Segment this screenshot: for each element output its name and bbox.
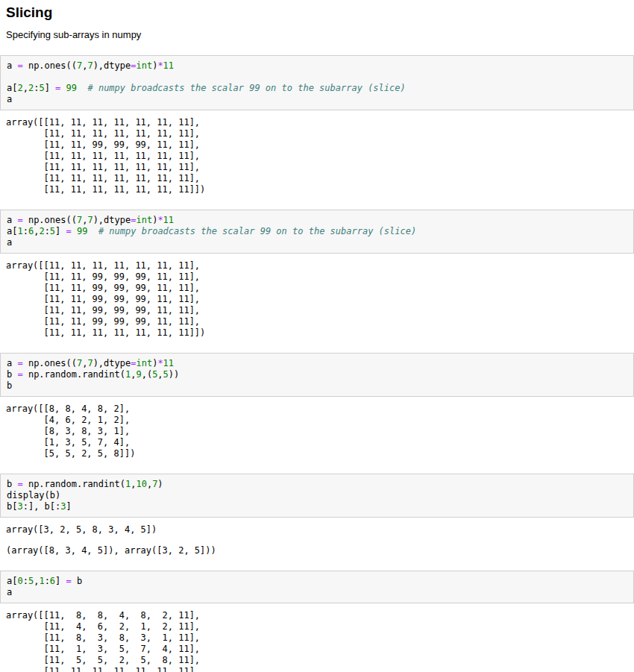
code-token: a	[7, 587, 12, 597]
code-token: 99	[66, 83, 77, 93]
notebook: Slicing Specifying sub-arrays in numpy a…	[0, 4, 634, 672]
code-cell-2[interactable]: a = np.ones((7,7),dtype=int)*11 a[1:6,2:…	[0, 210, 634, 254]
markdown-cell: Slicing Specifying sub-arrays in numpy	[6, 4, 628, 40]
code-token: np.ones((	[23, 358, 77, 368]
code-token	[72, 226, 77, 236]
code-token: =	[17, 369, 22, 380]
code-token: 1	[39, 576, 44, 586]
code-token: ]	[66, 501, 72, 512]
code-token: 5	[163, 369, 169, 380]
code-input-1[interactable]: a = np.ones((7,7),dtype=int)*11 a[2,2:5]…	[1, 56, 633, 110]
code-token	[77, 83, 87, 93]
code-token: *	[157, 60, 163, 71]
code-token: a	[7, 215, 17, 225]
code-token: 99	[77, 226, 87, 236]
code-token: # numpy broadcasts the scalar 99 on to t…	[98, 226, 416, 236]
code-token: :	[23, 576, 28, 586]
notebook-subtitle: Specifying sub-arrays in numpy	[6, 29, 628, 40]
code-token: ))	[169, 369, 179, 380]
code-token: 7	[87, 358, 92, 368]
code-token: a[	[7, 226, 17, 236]
code-token: b	[72, 576, 82, 586]
code-token: display(b)	[7, 490, 60, 500]
code-token: :	[23, 226, 28, 236]
code-token: 5	[39, 83, 44, 93]
code-token: ]	[55, 226, 66, 236]
code-token: 1	[17, 226, 22, 236]
cell-output-4-result: (array([8, 3, 4, 5]), array([3, 2, 5]))	[6, 545, 634, 556]
code-token: int	[136, 358, 152, 368]
code-token: 11	[163, 60, 174, 71]
code-token: 3	[17, 501, 22, 512]
code-token: ,	[157, 369, 163, 380]
code-token: 2	[39, 226, 44, 236]
code-token: np.random.randint(	[23, 479, 125, 489]
page-title: Slicing	[6, 4, 628, 21]
code-token: =	[17, 60, 22, 71]
code-token	[60, 83, 66, 93]
code-token: =	[17, 479, 22, 489]
code-token: 7	[87, 215, 92, 225]
code-cell-4[interactable]: b = np.random.randint(1,10,7) display(b)…	[0, 474, 634, 518]
code-token: =	[17, 358, 22, 368]
code-token: ]	[45, 83, 55, 93]
code-cell-3[interactable]: a = np.ones((7,7),dtype=int)*11 b = np.r…	[0, 353, 634, 397]
code-token: =	[66, 576, 72, 586]
code-token: a	[7, 358, 17, 368]
code-token: a	[7, 60, 17, 71]
code-input-2[interactable]: a = np.ones((7,7),dtype=int)*11 a[1:6,2:…	[1, 210, 633, 253]
code-token: ),dtype	[93, 358, 131, 368]
code-token: int	[136, 215, 152, 225]
code-token: np.ones((	[23, 215, 77, 225]
code-token: 10	[136, 479, 146, 489]
code-token: *	[157, 215, 163, 225]
code-token: np.ones((	[23, 60, 77, 71]
code-token: b[	[7, 501, 17, 512]
code-token: int	[136, 60, 152, 71]
code-token: 9	[136, 369, 141, 380]
cell-output-3: array([[8, 8, 4, 8, 2], [4, 6, 2, 1, 2],…	[6, 403, 634, 459]
code-token: :], b[:	[23, 501, 61, 512]
code-token: 5	[50, 226, 55, 236]
code-token: b	[7, 380, 12, 391]
code-token: ),dtype	[93, 60, 131, 71]
code-token: b	[7, 479, 17, 489]
cell-output-5: array([[11, 8, 8, 4, 8, 2, 11], [11, 4, …	[6, 610, 634, 672]
code-token: a	[7, 94, 12, 104]
code-input-5[interactable]: a[0:5,1:6] = b a	[1, 571, 633, 603]
code-input-4[interactable]: b = np.random.randint(1,10,7) display(b)…	[1, 474, 633, 517]
code-cell-5[interactable]: a[0:5,1:6] = b a	[0, 571, 634, 603]
code-token: ,(	[142, 369, 152, 380]
code-token: 7	[87, 60, 92, 71]
code-token: ]	[55, 576, 66, 586]
code-token: ),dtype	[93, 215, 131, 225]
code-token: 2	[17, 83, 22, 93]
code-token: *	[157, 358, 163, 368]
code-token: ,	[23, 83, 28, 93]
code-token: np.random.randint(	[23, 369, 125, 380]
cell-output-1: array([[11, 11, 11, 11, 11, 11, 11], [11…	[6, 117, 634, 195]
code-token: # numpy broadcasts the scalar 99 on to t…	[87, 83, 405, 93]
code-token: 11	[163, 215, 174, 225]
code-token: :	[45, 226, 50, 236]
code-cell-1[interactable]: a = np.ones((7,7),dtype=int)*11 a[2,2:5]…	[0, 55, 634, 110]
code-token: =	[66, 226, 72, 236]
cell-output-2: array([[11, 11, 11, 11, 11, 11, 11], [11…	[6, 260, 634, 339]
code-token: 3	[60, 501, 66, 512]
code-token: 0	[17, 576, 22, 586]
code-token: :	[45, 576, 50, 586]
code-token: a[	[7, 83, 17, 93]
code-token	[87, 226, 98, 236]
code-token: a[	[7, 576, 17, 586]
code-token: b	[7, 369, 17, 380]
code-token: =	[17, 215, 22, 225]
code-token: a	[7, 237, 12, 248]
code-input-3[interactable]: a = np.ones((7,7),dtype=int)*11 b = np.r…	[1, 354, 633, 396]
cell-output-4-display: array([3, 2, 5, 8, 3, 4, 5])	[6, 524, 634, 536]
code-token: 6	[50, 576, 55, 586]
code-token: 11	[163, 358, 174, 368]
code-token: )	[157, 479, 163, 489]
